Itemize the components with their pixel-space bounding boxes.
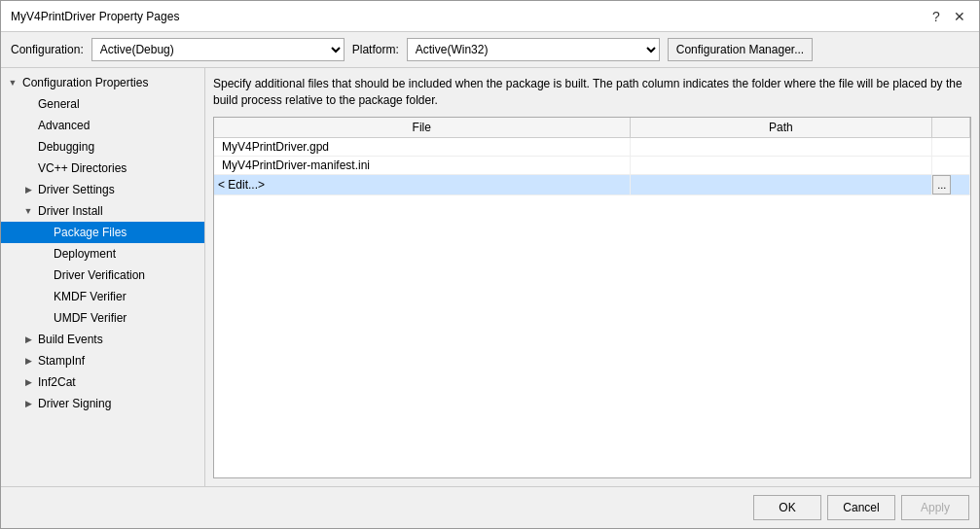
sidebar-item-label: Deployment	[52, 246, 118, 262]
expand-icon[interactable]: ▶	[20, 356, 36, 366]
table-row: MyV4PrintDriver.gpd	[214, 137, 970, 156]
sidebar-item-inf2cat[interactable]: ▶Inf2Cat	[1, 371, 204, 393]
sidebar-item-label: Driver Settings	[36, 182, 117, 197]
sidebar-item-label: StampInf	[36, 353, 87, 369]
sidebar-item-label: UMDF Verifier	[52, 310, 128, 326]
platform-label: Platform:	[352, 43, 399, 56]
title-bar: MyV4PrintDriver Property Pages ? ✕	[1, 1, 979, 32]
col-header-action	[932, 118, 970, 138]
configuration-manager-button[interactable]: Configuration Manager...	[668, 38, 813, 61]
sidebar-item-label: Package Files	[52, 225, 128, 240]
sidebar-item-general[interactable]: General	[1, 93, 204, 115]
file-table: File Path MyV4PrintDriver.gpdMyV4PrintDr…	[214, 118, 970, 195]
edit-file-cell[interactable]	[214, 174, 630, 194]
sidebar-item-label: Driver Install	[36, 203, 105, 219]
cancel-button[interactable]: Cancel	[827, 495, 895, 520]
action-cell	[932, 137, 970, 156]
expand-icon[interactable]: ▼	[5, 78, 20, 88]
sidebar-item-label: Driver Signing	[36, 396, 113, 411]
sidebar-item-driver-verification[interactable]: Driver Verification	[1, 264, 204, 286]
sidebar-item-stampinf[interactable]: ▶StampInf	[1, 350, 204, 371]
sidebar-item-configuration-properties[interactable]: ▼Configuration Properties	[1, 72, 204, 93]
expand-icon[interactable]: ▶	[20, 335, 36, 344]
description-text: Specify additional files that should be …	[213, 76, 971, 109]
ok-button[interactable]: OK	[753, 495, 821, 520]
configuration-select[interactable]: Active(Debug)	[91, 38, 345, 61]
col-header-path: Path	[630, 118, 932, 138]
edit-browse-cell[interactable]: ...	[932, 174, 970, 194]
expand-icon[interactable]: ▶	[20, 185, 36, 194]
sidebar-item-label: Debugging	[36, 139, 96, 155]
edit-file-input[interactable]	[214, 176, 630, 194]
sidebar-item-driver-settings[interactable]: ▶Driver Settings	[1, 179, 204, 200]
edit-path-cell[interactable]	[630, 174, 932, 194]
sidebar-item-label: Inf2Cat	[36, 374, 78, 390]
sidebar-item-debugging[interactable]: Debugging	[1, 136, 204, 158]
file-cell: MyV4PrintDriver.gpd	[214, 137, 630, 156]
sidebar-item-label: KMDF Verifier	[52, 289, 128, 304]
sidebar-item-label: Advanced	[36, 118, 91, 133]
bottom-bar: OK Cancel Apply	[1, 486, 979, 528]
sidebar: ▼Configuration PropertiesGeneralAdvanced…	[1, 68, 205, 486]
path-cell	[630, 137, 932, 156]
main-area: ▼Configuration PropertiesGeneralAdvanced…	[1, 68, 979, 486]
edit-row: ...	[214, 174, 970, 194]
title-bar-buttons: ? ✕	[926, 7, 969, 26]
sidebar-item-umdf-verifier[interactable]: UMDF Verifier	[1, 307, 204, 329]
sidebar-item-kmdf-verifier[interactable]: KMDF Verifier	[1, 286, 204, 307]
apply-button[interactable]: Apply	[901, 495, 969, 520]
sidebar-item-label: Driver Verification	[52, 267, 147, 283]
sidebar-item-driver-signing[interactable]: ▶Driver Signing	[1, 393, 204, 414]
edit-path-input[interactable]	[631, 176, 932, 194]
sidebar-item-label: VC++ Directories	[36, 160, 128, 176]
action-cell	[932, 156, 970, 174]
sidebar-item-driver-install[interactable]: ▼Driver Install	[1, 200, 204, 222]
path-cell	[630, 156, 932, 174]
expand-icon[interactable]: ▶	[20, 377, 36, 387]
file-cell: MyV4PrintDriver-manifest.ini	[214, 156, 630, 174]
sidebar-item-build-events[interactable]: ▶Build Events	[1, 329, 204, 350]
dialog-window: MyV4PrintDriver Property Pages ? ✕ Confi…	[0, 0, 980, 529]
config-label: Configuration:	[11, 43, 84, 56]
col-header-file: File	[214, 118, 630, 138]
window-title: MyV4PrintDriver Property Pages	[11, 10, 179, 23]
help-button[interactable]: ?	[926, 7, 946, 26]
expand-icon[interactable]: ▼	[20, 206, 36, 216]
content-area: Specify additional files that should be …	[205, 68, 979, 486]
platform-select[interactable]: Active(Win32)	[407, 38, 660, 61]
sidebar-item-label: General	[36, 96, 82, 112]
file-table-container: File Path MyV4PrintDriver.gpdMyV4PrintDr…	[213, 117, 971, 478]
sidebar-item-label: Configuration Properties	[20, 75, 150, 90]
sidebar-item-deployment[interactable]: Deployment	[1, 243, 204, 264]
sidebar-item-label: Build Events	[36, 332, 105, 347]
sidebar-item-advanced[interactable]: Advanced	[1, 115, 204, 136]
toolbar: Configuration: Active(Debug) Platform: A…	[1, 32, 979, 68]
expand-icon[interactable]: ▶	[20, 399, 36, 408]
sidebar-item-vc-directories[interactable]: VC++ Directories	[1, 158, 204, 179]
sidebar-item-package-files[interactable]: Package Files	[1, 222, 204, 243]
browse-button[interactable]: ...	[932, 175, 951, 194]
table-row: MyV4PrintDriver-manifest.ini	[214, 156, 970, 174]
close-button[interactable]: ✕	[950, 7, 969, 26]
